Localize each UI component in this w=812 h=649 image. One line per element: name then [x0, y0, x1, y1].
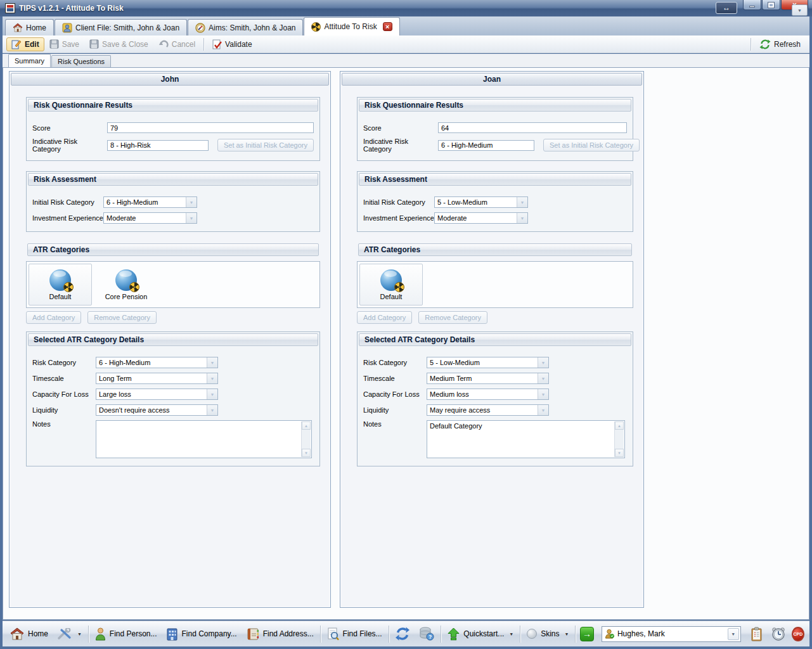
tab-home[interactable]: Home	[5, 19, 54, 35]
user-icon	[605, 629, 614, 639]
score-input[interactable]	[438, 122, 627, 133]
minimize-button[interactable]	[743, 0, 761, 10]
company-icon	[166, 627, 178, 641]
refresh-button[interactable]: Refresh	[754, 37, 806, 51]
investment-experience-select[interactable]: Moderate ▼	[103, 212, 197, 224]
atr-category-label: Default	[380, 293, 403, 300]
chevron-down-icon: ▼	[517, 213, 527, 223]
set-as-initial-risk-category-button[interactable]: Set as Initial Risk Category	[543, 139, 640, 151]
find-files-button[interactable]: Find Files...	[323, 625, 387, 643]
timescale-select[interactable]: Long Term ▼	[96, 373, 218, 384]
set-as-initial-risk-category-button[interactable]: Set as Initial Risk Category	[217, 139, 314, 151]
capacity-for-loss-select[interactable]: Large loss ▼	[96, 389, 218, 400]
app-icon	[5, 3, 15, 13]
capacity-for-loss-select[interactable]: Medium loss ▼	[427, 389, 549, 400]
investment-experience-select[interactable]: Moderate ▼	[434, 212, 528, 224]
selected-value: 6 - High-Medium	[104, 197, 186, 207]
notes-textarea[interactable]: ▲▼	[96, 420, 312, 458]
separator	[441, 626, 441, 643]
go-arrow-button[interactable]: →	[580, 627, 594, 641]
chevron-down-icon: ▼	[509, 632, 513, 636]
notes-clipboard-button[interactable]	[746, 624, 767, 644]
tab-client-file[interactable]: Client File: Smith, John & Joan	[55, 19, 187, 35]
initial-risk-category-select[interactable]: 5 - Low-Medium ▼	[434, 196, 528, 208]
chevron-down-icon: ▼	[538, 405, 548, 415]
atr-category-icon	[115, 269, 137, 291]
remove-category-button[interactable]: Remove Category	[87, 311, 157, 324]
chevron-down-icon: ▼	[207, 357, 217, 368]
notes-label: Notes	[32, 420, 96, 428]
indicative-risk-category-input[interactable]	[107, 140, 209, 151]
scroll-up-icon[interactable]: ▲	[615, 421, 624, 430]
indicative-risk-category-input[interactable]	[438, 140, 534, 151]
separator	[520, 626, 520, 643]
liquidity-select[interactable]: May require access ▼	[427, 404, 549, 416]
find-address-button[interactable]: Find Address...	[242, 626, 318, 643]
restore-arrows-icon[interactable]: ↔	[716, 2, 737, 14]
chevron-down-icon: ▼	[517, 197, 527, 207]
indicative-risk-category-label: Indicative Risk Category	[32, 138, 107, 153]
tab-close-icon[interactable]: ×	[383, 22, 392, 31]
add-category-button[interactable]: Add Category	[357, 311, 412, 324]
client-file-icon	[62, 23, 72, 33]
group-selected-atr-details: Selected ATR Category Details Risk Categ…	[357, 331, 633, 466]
scroll-down-icon[interactable]: ▼	[615, 449, 624, 457]
chevron-down-icon: ▼	[728, 628, 739, 640]
remove-category-button[interactable]: Remove Category	[418, 311, 487, 324]
scrollbar[interactable]: ▲▼	[614, 421, 624, 457]
score-input[interactable]	[107, 122, 314, 133]
selected-value: 6 - High-Medium	[96, 357, 207, 368]
validate-button[interactable]: Validate	[207, 37, 257, 51]
skins-button[interactable]: Skins ▼	[522, 626, 573, 641]
find-address-label: Find Address...	[263, 629, 314, 638]
atr-category-default[interactable]: Default	[29, 264, 92, 305]
maximize-button[interactable]	[762, 0, 780, 10]
tab-attitude-to-risk[interactable]: Attitude To Risk ×	[304, 17, 399, 35]
save-close-icon	[89, 39, 99, 49]
tab-list-dropdown-button[interactable]: ▼	[792, 4, 808, 16]
selected-value: Moderate	[104, 213, 186, 223]
aims-compass-icon	[195, 23, 205, 33]
home-button[interactable]: Home	[6, 625, 53, 643]
atr-category-core-pension[interactable]: Core Pension	[94, 264, 158, 305]
panel-joan-title: Joan	[342, 73, 642, 86]
risk-category-select[interactable]: 5 - Low-Medium ▼	[427, 357, 549, 368]
quickstart-button[interactable]: Quickstart... ▼	[443, 625, 518, 643]
toolbar-separator	[751, 38, 751, 51]
subtab-risk-questions[interactable]: Risk Questions	[51, 55, 111, 67]
initial-risk-category-select[interactable]: 6 - High-Medium ▼	[103, 196, 197, 208]
selected-value: May require access	[427, 405, 538, 415]
cpd-badge[interactable]: CPD	[792, 627, 804, 641]
find-company-button[interactable]: Find Company...	[162, 625, 242, 643]
notes-textarea[interactable]: Default Category ▲▼	[427, 420, 625, 458]
user-select[interactable]: Hughes, Mark ▼	[602, 626, 741, 642]
scroll-down-icon[interactable]: ▼	[302, 449, 311, 457]
edit-button[interactable]: Edit	[6, 37, 44, 51]
database-status-button[interactable]: ?	[415, 624, 439, 643]
group-risk-questionnaire-results: Risk Questionnaire Results Score Indicat…	[357, 97, 633, 161]
subtab-summary-label: Summary	[15, 57, 44, 65]
add-category-button[interactable]: Add Category	[26, 311, 81, 324]
group-atr-categories: ATR Categories	[26, 242, 320, 257]
skins-sphere-icon	[527, 629, 537, 639]
timescale-select[interactable]: Medium Term ▼	[427, 373, 549, 384]
tab-aims[interactable]: Aims: Smith, John & Joan	[188, 19, 303, 35]
find-files-label: Find Files...	[343, 629, 382, 638]
separator	[88, 626, 89, 643]
home-icon	[10, 627, 24, 640]
liquidity-select[interactable]: Doesn't require access ▼	[96, 404, 218, 416]
tools-menu-button[interactable]: ▼	[53, 626, 86, 642]
risk-category-select[interactable]: 6 - High-Medium ▼	[96, 357, 218, 368]
reminders-clock-button[interactable]	[767, 624, 790, 643]
sync-refresh-button[interactable]	[390, 624, 415, 643]
find-person-button[interactable]: Find Person...	[91, 625, 162, 643]
atr-category-default[interactable]: Default	[359, 264, 423, 305]
cancel-button[interactable]: Cancel	[153, 38, 200, 51]
save-close-button[interactable]: Save & Close	[84, 37, 153, 51]
scrollbar[interactable]: ▲▼	[301, 421, 311, 457]
save-button[interactable]: Save	[44, 37, 84, 51]
scroll-up-icon[interactable]: ▲	[302, 421, 311, 430]
subtab-summary[interactable]: Summary	[8, 54, 51, 67]
window-title: TIPS v1.2.1 - Attitude To Risk	[19, 4, 124, 13]
save-close-label: Save & Close	[102, 40, 148, 49]
